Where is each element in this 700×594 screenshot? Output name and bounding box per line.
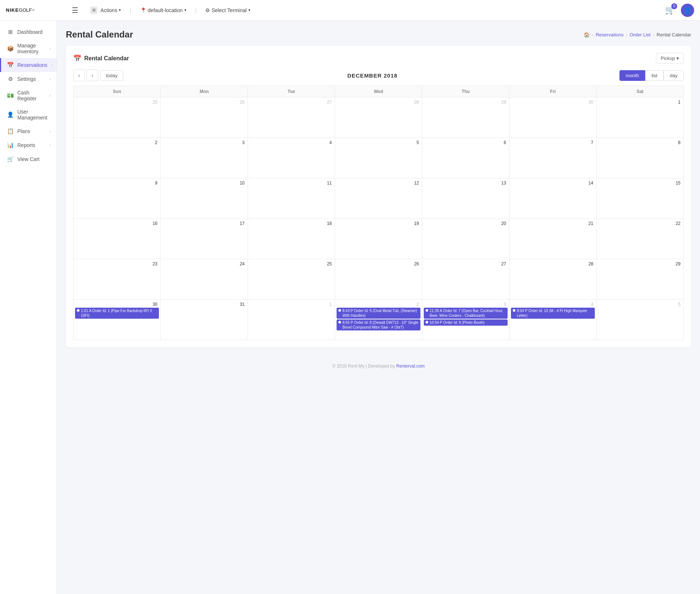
logo: NIKE GOLF ® xyxy=(6,7,63,13)
topnav: NIKE GOLF ® ☰ ⊞ Actions ▾ | 📍 default-lo… xyxy=(0,0,700,21)
calendar-day-cell[interactable]: 26 xyxy=(161,97,248,138)
calendar-day-cell[interactable]: 24 xyxy=(161,259,248,300)
view-day-button[interactable]: day xyxy=(664,70,684,81)
calendar-day-cell[interactable]: 1 xyxy=(597,97,684,138)
calendar-day-cell[interactable]: 28 xyxy=(335,97,422,138)
location-selector[interactable]: 📍 default-location ▾ xyxy=(140,7,186,13)
calendar-day-cell[interactable]: 13 xyxy=(422,178,509,219)
footer-link[interactable]: Renterval.com xyxy=(396,364,424,369)
calendar-day-cell[interactable]: 20 xyxy=(422,219,509,259)
calendar-day-cell[interactable]: 27 xyxy=(248,97,335,138)
calendar-day-cell[interactable]: 25 xyxy=(74,97,161,138)
calendar-day-cell[interactable]: 301:01 A Order Id: 1 (Pipe For Backdrop … xyxy=(74,300,161,340)
calendar-day-cell[interactable]: 18 xyxy=(248,219,335,259)
calendar-week-row: 23242526272829 xyxy=(74,259,684,300)
terminal-selector[interactable]: ⚙ Select Terminal ▾ xyxy=(205,7,250,13)
calendar-day-cell[interactable]: 25 xyxy=(248,259,335,300)
today-button[interactable]: today xyxy=(100,70,123,81)
prev-month-button[interactable]: ‹ xyxy=(73,69,85,81)
calendar-day-cell[interactable]: 21 xyxy=(509,219,597,259)
calendar-day-cell[interactable]: 4 xyxy=(248,138,335,178)
main-content: Rental Calendar 🏠 › Reservations › Order… xyxy=(57,21,700,594)
pickup-select[interactable]: Pickup ▾ xyxy=(656,53,684,64)
calendar-week-row: 16171819202122 xyxy=(74,219,684,259)
event-dot xyxy=(338,309,341,312)
calendar-day-cell[interactable]: 28:43 P Order Id: 5 (Oval Metal Tub, (St… xyxy=(335,300,422,340)
calendar-event[interactable]: 10:54 P Order Id: 9 (Photo Booth) xyxy=(424,319,508,326)
sidebar-item-dashboard[interactable]: ⊞ Dashboard xyxy=(0,25,57,39)
calendar-week-row: 2526272829301 xyxy=(74,97,684,138)
calendar-day-cell[interactable]: 311:39 A Order Id: 7 (Open Bar, Cocktail… xyxy=(422,300,509,340)
calendar-day-cell[interactable]: 17 xyxy=(161,219,248,259)
day-number: 27 xyxy=(424,261,508,267)
calendar-day-cell[interactable]: 16 xyxy=(74,219,161,259)
hamburger-icon[interactable]: ☰ xyxy=(72,6,78,15)
view-list-button[interactable]: list xyxy=(645,70,664,81)
calendar-day-cell[interactable]: 29 xyxy=(422,97,509,138)
day-number: 28 xyxy=(511,261,595,267)
calendar-day-cell[interactable]: 28 xyxy=(509,259,597,300)
sidebar-item-plans[interactable]: 📋 Plans › xyxy=(0,124,57,138)
calendar-day-cell[interactable]: 23 xyxy=(74,259,161,300)
calendar-header-row: Sun Mon Tue Wed Thu Fri Sat xyxy=(74,86,684,97)
sidebar-item-label: Settings xyxy=(17,76,46,82)
day-header-thu: Thu xyxy=(422,86,509,97)
calendar-event[interactable]: 8:04 P Order Id: 10 (M - 4 Ft High Marqu… xyxy=(511,308,595,319)
calendar-day-cell[interactable]: 15 xyxy=(597,178,684,219)
day-number: 4 xyxy=(249,139,333,146)
bc-order-list[interactable]: Order List xyxy=(630,32,651,37)
calendar-day-cell[interactable]: 5 xyxy=(335,138,422,178)
next-month-button[interactable]: › xyxy=(86,69,98,81)
calendar-day-cell[interactable]: 9 xyxy=(74,178,161,219)
day-number: 2 xyxy=(75,139,159,146)
calendar-week-row: 9101112131415 xyxy=(74,178,684,219)
day-number: 15 xyxy=(598,180,682,186)
calendar-day-cell[interactable]: 30 xyxy=(509,97,597,138)
topnav-right: 🛒 0 👤 xyxy=(665,4,694,17)
sidebar-item-manage-inventory[interactable]: 📦 Manage Inventory › xyxy=(0,39,57,58)
location-icon: 📍 xyxy=(140,7,146,13)
calendar-day-cell[interactable]: 7 xyxy=(509,138,597,178)
calendar-day-cell[interactable]: 6 xyxy=(422,138,509,178)
calendar-day-cell[interactable]: 10 xyxy=(161,178,248,219)
arrow-icon: › xyxy=(49,93,51,98)
dashboard-icon: ⊞ xyxy=(7,29,14,35)
sidebar-item-user-management[interactable]: 👤 User Management xyxy=(0,105,57,124)
day-number: 20 xyxy=(424,220,508,227)
home-icon[interactable]: 🏠 xyxy=(584,32,590,37)
calendar-day-cell[interactable]: 11 xyxy=(248,178,335,219)
calendar-day-cell[interactable]: 19 xyxy=(335,219,422,259)
day-header-sun: Sun xyxy=(74,86,161,97)
calendar-day-cell[interactable]: 26 xyxy=(335,259,422,300)
actions-menu[interactable]: ⊞ Actions ▾ xyxy=(90,7,121,14)
calendar-day-cell[interactable]: 1 xyxy=(248,300,335,340)
calendar-day-cell[interactable]: 2 xyxy=(74,138,161,178)
calendar-day-cell[interactable]: 8 xyxy=(597,138,684,178)
calendar-day-cell[interactable]: 48:04 P Order Id: 10 (M - 4 Ft High Marq… xyxy=(509,300,597,340)
day-number: 2 xyxy=(337,301,420,308)
user-avatar[interactable]: 👤 xyxy=(681,4,694,17)
calendar-day-cell[interactable]: 14 xyxy=(509,178,597,219)
calendar-day-cell[interactable]: 29 xyxy=(597,259,684,300)
calendar-day-cell[interactable]: 31 xyxy=(161,300,248,340)
calendar-event[interactable]: 8:43 P Order Id: 5 (Oval Metal Tub, (Ste… xyxy=(337,308,420,319)
sidebar-item-reports[interactable]: 📊 Reports › xyxy=(0,138,57,152)
calendar-day-cell[interactable]: 27 xyxy=(422,259,509,300)
calendar-day-cell[interactable]: 12 xyxy=(335,178,422,219)
breadcrumb: 🏠 › Reservations › Order List › Rental C… xyxy=(584,32,691,37)
cart-button[interactable]: 🛒 0 xyxy=(665,6,675,15)
sidebar-item-reservations[interactable]: 📅 Reservations › xyxy=(0,58,57,72)
actions-label: Actions xyxy=(100,7,117,13)
sidebar-item-view-cart[interactable]: 🛒 View Cart xyxy=(0,152,57,166)
calendar-event[interactable]: 1:01 A Order Id: 1 (Pipe For Backdrop 8F… xyxy=(75,308,159,319)
bc-reservations[interactable]: Reservations xyxy=(596,32,623,37)
calendar-day-cell[interactable]: 3 xyxy=(161,138,248,178)
sidebar-item-cash-register[interactable]: 💵 Cash Register › xyxy=(0,86,57,105)
calendar-event[interactable]: 8:55 P Order Id: 8 (Dewalt DW713 - 10" S… xyxy=(337,319,420,330)
sidebar-item-settings[interactable]: ⚙ Settings › xyxy=(0,72,57,86)
view-month-button[interactable]: month xyxy=(619,70,645,81)
calendar-day-cell[interactable]: 5 xyxy=(597,300,684,340)
day-header-mon: Mon xyxy=(161,86,248,97)
calendar-event[interactable]: 11:39 A Order Id: 7 (Open Bar, Cocktail … xyxy=(424,308,508,319)
calendar-day-cell[interactable]: 22 xyxy=(597,219,684,259)
